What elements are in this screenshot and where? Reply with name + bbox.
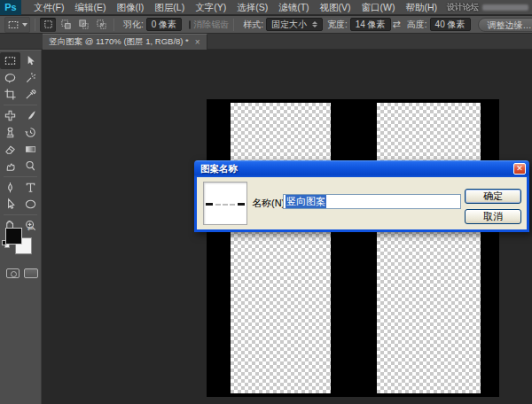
document-title: 竖向图案 @ 1170% (图层 1, RGB/8) * bbox=[49, 36, 189, 48]
chevron-down-icon bbox=[22, 23, 27, 27]
separator bbox=[113, 19, 114, 31]
menu-file[interactable]: 文件(F) bbox=[28, 0, 69, 15]
lasso-tool[interactable] bbox=[0, 69, 20, 86]
updown-arrows-icon bbox=[312, 21, 317, 27]
selection-mode-buttons bbox=[40, 18, 109, 32]
subtract-selection-button[interactable] bbox=[75, 18, 91, 32]
watermark: 设计论坛 bbox=[447, 2, 528, 13]
pattern-name-dialog: 图案名称 ✕ 名称(N): 竖向图案 确定 取消 bbox=[194, 160, 529, 232]
clone-stamp-tool[interactable] bbox=[0, 124, 20, 141]
antialias-checkbox bbox=[189, 20, 191, 29]
antialias-label: 消除锯齿 bbox=[193, 19, 229, 31]
menu-bar: Ps 文件(F) 编辑(E) 图像(I) 图层(L) 文字(Y) 选择(S) 滤… bbox=[0, 0, 532, 15]
dodge-tool[interactable] bbox=[20, 158, 41, 175]
menu-window[interactable]: 窗口(W) bbox=[356, 0, 401, 15]
toolbar-separator bbox=[4, 176, 37, 177]
move-icon bbox=[24, 54, 37, 67]
gradient-icon bbox=[24, 143, 37, 156]
brush-tool[interactable] bbox=[20, 107, 41, 124]
dodge-icon bbox=[24, 159, 37, 173]
style-label: 样式: bbox=[243, 19, 263, 31]
lasso-icon bbox=[4, 71, 17, 84]
separator bbox=[35, 19, 35, 31]
quick-mask-button[interactable] bbox=[6, 268, 20, 278]
marquee-preset-icon bbox=[7, 19, 20, 31]
subtract-selection-icon bbox=[78, 19, 90, 30]
height-input[interactable]: 40 像素 bbox=[430, 18, 471, 31]
menu-type[interactable]: 文字(Y) bbox=[190, 0, 231, 15]
pattern-preview bbox=[203, 182, 247, 225]
foreground-color-swatch[interactable] bbox=[5, 228, 22, 245]
shape-ellipse-icon bbox=[24, 198, 37, 211]
pattern-name-input[interactable]: 竖向图案 bbox=[283, 194, 461, 209]
pattern-dash-left bbox=[206, 203, 213, 206]
dialog-title: 图案名称 bbox=[200, 163, 513, 175]
transparent-bar-1 bbox=[231, 103, 331, 393]
refine-edge-button[interactable]: 调整边缘… bbox=[478, 18, 532, 32]
new-selection-icon bbox=[43, 19, 54, 30]
gradient-tool[interactable] bbox=[20, 141, 41, 158]
type-icon bbox=[24, 181, 37, 194]
menu-help[interactable]: 帮助(H) bbox=[401, 0, 443, 15]
menu-edit[interactable]: 编辑(E) bbox=[69, 0, 111, 15]
feather-input[interactable]: 0 像素 bbox=[146, 18, 182, 31]
healing-brush-icon bbox=[4, 109, 17, 122]
cancel-button[interactable]: 取消 bbox=[465, 209, 521, 224]
dialog-body: 名称(N): 竖向图案 确定 取消 bbox=[194, 177, 529, 232]
intersect-selection-button[interactable] bbox=[93, 18, 109, 32]
new-selection-button[interactable] bbox=[40, 18, 56, 32]
clone-stamp-icon bbox=[4, 126, 17, 139]
swap-width-height-icon[interactable]: ⇄ bbox=[393, 19, 401, 30]
path-select-icon bbox=[4, 198, 17, 211]
menu-select[interactable]: 选择(S) bbox=[231, 0, 273, 15]
add-selection-button[interactable] bbox=[58, 18, 74, 32]
menu-layer[interactable]: 图层(L) bbox=[149, 0, 190, 15]
screen-mode-button[interactable] bbox=[24, 268, 38, 278]
watermark-text: 设计论坛 bbox=[447, 2, 479, 13]
menu-view[interactable]: 视图(V) bbox=[315, 0, 356, 15]
shape-tool[interactable] bbox=[20, 196, 41, 213]
document-canvas[interactable] bbox=[207, 99, 499, 397]
separator bbox=[233, 19, 234, 31]
magic-wand-tool[interactable] bbox=[20, 69, 41, 86]
healing-brush-tool[interactable] bbox=[0, 107, 20, 124]
pen-tool[interactable] bbox=[0, 179, 20, 196]
history-brush-tool[interactable] bbox=[20, 124, 41, 141]
tool-options-bar: 羽化: 0 像素 消除锯齿 样式: 固定大小 宽度: 14 像素 ⇄ 高度: 4… bbox=[0, 16, 532, 34]
tool-preset-picker[interactable] bbox=[4, 17, 30, 33]
intersect-selection-icon bbox=[96, 19, 107, 30]
pattern-dash-right bbox=[238, 203, 245, 206]
ps-logo[interactable]: Ps bbox=[0, 0, 21, 15]
move-tool[interactable] bbox=[20, 52, 41, 69]
smudge-tool[interactable] bbox=[0, 158, 20, 175]
ok-button[interactable]: 确定 bbox=[465, 189, 521, 204]
path-select-tool[interactable] bbox=[0, 196, 20, 213]
eraser-tool[interactable] bbox=[0, 141, 20, 158]
type-tool[interactable] bbox=[20, 179, 41, 196]
color-swatches: ⇄ bbox=[0, 224, 42, 265]
dialog-close-button[interactable]: ✕ bbox=[513, 163, 526, 175]
swap-colors-icon[interactable]: ⇄ bbox=[27, 224, 34, 232]
rect-marquee-tool[interactable] bbox=[0, 52, 20, 69]
eraser-icon bbox=[4, 143, 17, 156]
dialog-titlebar[interactable]: 图案名称 ✕ bbox=[194, 160, 529, 177]
menu-image[interactable]: 图像(I) bbox=[111, 0, 149, 15]
history-brush-icon bbox=[24, 126, 37, 139]
transparent-bar-2 bbox=[377, 103, 481, 393]
width-input[interactable]: 14 像素 bbox=[350, 18, 391, 31]
style-value: 固定大小 bbox=[271, 19, 307, 31]
toolbar-separator bbox=[4, 105, 37, 105]
tab-close-icon[interactable]: × bbox=[195, 38, 200, 47]
height-label: 高度: bbox=[407, 19, 427, 31]
crop-icon bbox=[4, 88, 17, 101]
menu-filter[interactable]: 滤镜(T) bbox=[273, 0, 314, 15]
crop-tool[interactable] bbox=[0, 86, 20, 103]
document-tab-bar: 竖向图案 @ 1170% (图层 1, RGB/8) * × bbox=[0, 34, 532, 50]
selected-input-text: 竖向图案 bbox=[286, 195, 326, 208]
pattern-dash-middle bbox=[215, 204, 235, 206]
document-tab[interactable]: 竖向图案 @ 1170% (图层 1, RGB/8) * × bbox=[43, 34, 207, 50]
eyedropper-icon bbox=[24, 88, 37, 101]
style-select[interactable]: 固定大小 bbox=[266, 18, 323, 31]
eyedropper-tool[interactable] bbox=[20, 86, 41, 103]
rect-marquee-icon bbox=[4, 54, 17, 67]
